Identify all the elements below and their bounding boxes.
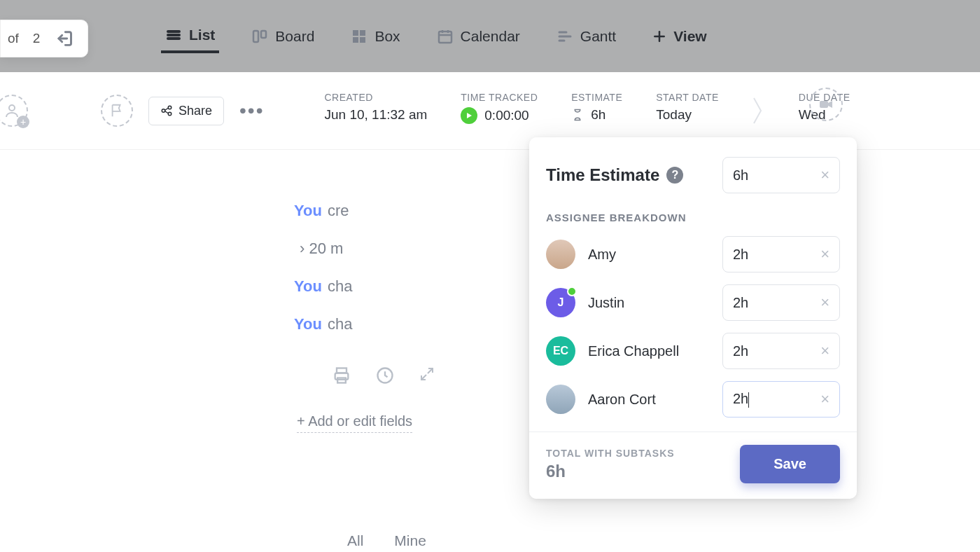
box-icon [351,28,368,45]
assignee-estimate-input[interactable]: 2h × [722,236,840,272]
start-date-label: START DATE [656,92,719,103]
clear-icon[interactable]: × [820,294,830,312]
board-icon [251,28,268,45]
avatar-initials: EC [553,345,568,357]
date-range-separator [752,92,765,130]
tab-calendar[interactable]: Calendar [433,21,524,52]
gantt-icon [556,28,573,45]
hourglass-icon [571,109,584,121]
svg-rect-4 [261,31,266,38]
tab-board-label: Board [275,28,314,45]
time-tracked-label: TIME TRACKED [461,92,538,103]
assignee-estimate-input[interactable]: 2h × [722,381,840,418]
page-total: 2 [33,31,41,46]
svg-rect-7 [353,37,358,43]
more-menu[interactable]: ••• [239,99,264,122]
svg-point-21 [168,106,172,109]
assignee-add-button[interactable]: + [0,95,28,127]
estimate-label: ESTIMATE [571,92,622,103]
svg-rect-3 [253,31,258,42]
clear-icon[interactable]: × [820,390,830,408]
activity-text: cre [328,202,349,220]
filter-mine-tab[interactable]: Mine [394,532,426,549]
assignee-row: EC Erica Chappell 2h × [546,333,840,369]
save-button[interactable]: Save [740,445,840,483]
assignee-estimate-input[interactable]: 2h × [722,284,840,321]
popover-title: Time Estimate [546,165,659,185]
svg-rect-8 [360,37,365,43]
assignee-name: Aaron Cort [588,392,656,408]
created-meta: CREATED Jun 10, 11:32 am [324,92,427,123]
start-date-meta[interactable]: START DATE Today [656,92,719,123]
page-indicator: of 2 [0,20,88,57]
assignee-breakdown-label: ASSIGNEE BREAKDOWN [546,212,840,223]
avatar-initials: J [558,296,564,309]
svg-point-19 [9,105,15,111]
svg-rect-9 [439,32,451,43]
clear-icon[interactable]: × [820,166,830,184]
assignee-estimate-value: 2h [733,343,748,359]
add-fields-button[interactable]: + Add or edit fields [297,413,412,433]
svg-line-24 [165,111,169,113]
assignee-name: Erica Chappell [588,343,679,359]
flag-button[interactable] [101,95,133,127]
time-tracked-value: 0:00:00 [484,108,528,123]
tab-board[interactable]: Board [247,21,318,52]
expand-icon[interactable] [419,366,435,385]
list-icon [165,27,182,43]
assignee-row: Aaron Cort 2h × [546,381,840,418]
plus-icon [652,29,666,43]
activity-actor: You [294,202,322,220]
clear-icon[interactable]: × [820,245,830,263]
add-view-button[interactable]: View [648,21,710,52]
assignee-estimate-value: 2h [733,247,748,263]
tab-gantt-label: Gantt [580,28,616,45]
estimate-meta[interactable]: ESTIMATE 6h [571,92,622,123]
total-estimate-input[interactable]: 6h × [722,157,840,193]
assignee-estimate-value: 2h [733,295,748,311]
tab-calendar-label: Calendar [461,28,520,45]
svg-point-22 [168,112,172,116]
svg-rect-25 [820,101,828,108]
print-icon[interactable] [332,366,351,385]
help-icon[interactable]: ? [666,167,683,184]
avatar [546,385,575,414]
filter-all-tab[interactable]: All [347,532,363,549]
exit-icon[interactable] [54,29,74,48]
avatar: J [546,288,575,317]
svg-line-23 [165,108,169,110]
online-status-icon [567,287,577,296]
svg-rect-6 [360,30,365,36]
svg-point-20 [162,109,165,113]
estimate-value: 6h [591,107,606,123]
page-of-label: of [8,31,19,46]
time-estimate-popover: Time Estimate ? 6h × ASSIGNEE BREAKDOWN … [529,137,857,499]
created-value: Jun 10, 11:32 am [324,107,427,123]
play-icon[interactable] [461,107,477,124]
plus-badge-icon: + [17,116,29,128]
assignee-name: Amy [588,247,616,263]
activity-text: cha [328,277,352,296]
time-tracked-meta: TIME TRACKED 0:00:00 [461,92,538,124]
history-icon[interactable] [375,366,395,385]
view-tabs: List Board Box Calendar Gantt [0,0,980,72]
video-call-button[interactable] [809,88,843,121]
add-view-label: View [673,28,706,45]
tab-list[interactable]: List [161,20,219,53]
tab-gantt[interactable]: Gantt [552,21,620,52]
total-label: TOTAL WITH SUBTASKS [546,448,675,459]
tab-list-label: List [189,27,215,43]
assignee-estimate-value: 2h [733,391,748,406]
svg-rect-5 [353,30,358,36]
share-button[interactable]: Share [148,97,224,125]
clear-icon[interactable]: × [820,342,830,360]
activity-text: cha [328,315,352,333]
assignee-row: Amy 2h × [546,236,840,272]
assignee-row: J Justin 2h × [546,284,840,321]
assignee-estimate-input[interactable]: 2h × [722,333,840,369]
activity-text: › 20 m [300,240,343,258]
tab-box[interactable]: Box [346,21,404,52]
start-date-value: Today [656,107,719,123]
tab-box-label: Box [374,28,400,45]
activity-actor: You [294,277,322,296]
